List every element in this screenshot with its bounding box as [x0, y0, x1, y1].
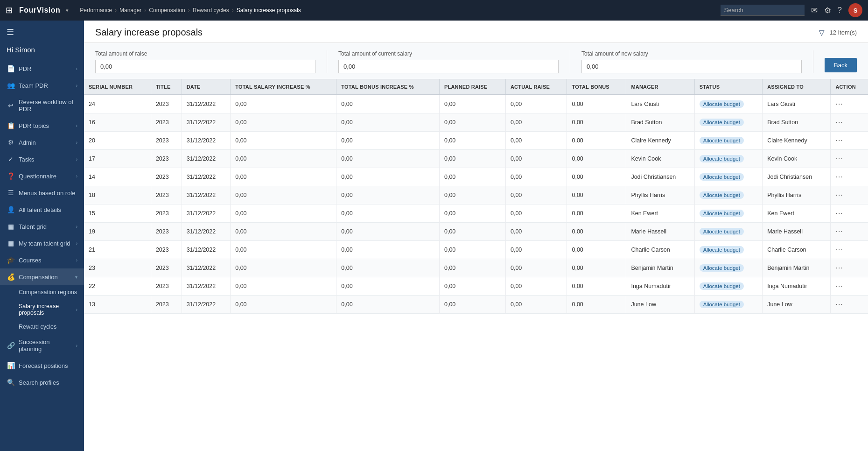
cell-bonus-inc: 0,00 — [336, 95, 440, 113]
sidebar-label-compensation: Compensation — [19, 274, 71, 281]
sidebar-item-compensation[interactable]: 💰 Compensation ▾ — [0, 268, 84, 285]
cell-total-bonus: 0,00 — [567, 204, 626, 223]
action-dots-icon[interactable]: ··· — [835, 227, 843, 235]
filter-icon[interactable]: ▽ — [819, 28, 825, 37]
sidebar-item-talent-grid[interactable]: ▦ Talent grid › — [0, 218, 84, 235]
cell-salary-inc: 0,00 — [231, 168, 336, 186]
table-row[interactable]: 17 2023 31/12/2022 0,00 0,00 0,00 0,00 0… — [84, 150, 868, 168]
cell-action[interactable]: ··· — [831, 186, 868, 204]
table-row[interactable]: 20 2023 31/12/2022 0,00 0,00 0,00 0,00 0… — [84, 132, 868, 150]
action-dots-icon[interactable]: ··· — [835, 173, 843, 181]
table-row[interactable]: 14 2023 31/12/2022 0,00 0,00 0,00 0,00 0… — [84, 168, 868, 186]
breadcrumb-manager[interactable]: Manager — [119, 7, 141, 14]
cell-salary-inc: 0,00 — [231, 204, 336, 223]
table-row[interactable]: 24 2023 31/12/2022 0,00 0,00 0,00 0,00 0… — [84, 95, 868, 113]
action-dots-icon[interactable]: ··· — [835, 100, 843, 108]
hamburger-icon[interactable]: ☰ — [7, 28, 14, 37]
status-badge: Allocate budget — [700, 100, 744, 108]
cell-action[interactable]: ··· — [831, 296, 868, 314]
cell-assigned-to: Inga Numadutir — [763, 277, 831, 296]
back-button[interactable]: Back — [825, 58, 857, 72]
cell-actual-raise: 0,00 — [505, 95, 567, 113]
my-team-talent-grid-chevron-icon: › — [76, 241, 77, 246]
cell-actual-raise: 0,00 — [505, 150, 567, 168]
breadcrumb-reward-cycles[interactable]: Reward cycles — [193, 7, 229, 14]
cell-serial: 15 — [84, 204, 151, 223]
breadcrumb-performance[interactable]: Performance — [80, 7, 112, 14]
sidebar-item-courses[interactable]: 🎓 Courses › — [0, 252, 84, 268]
cell-action[interactable]: ··· — [831, 113, 868, 132]
table-row[interactable]: 15 2023 31/12/2022 0,00 0,00 0,00 0,00 0… — [84, 204, 868, 223]
cell-action[interactable]: ··· — [831, 277, 868, 296]
brand-name[interactable]: FourVision — [19, 6, 60, 14]
sidebar-item-tasks[interactable]: ✓ Tasks › — [0, 151, 84, 168]
table-row[interactable]: 21 2023 31/12/2022 0,00 0,00 0,00 0,00 0… — [84, 241, 868, 259]
cell-action[interactable]: ··· — [831, 132, 868, 150]
sidebar-item-my-team-talent-grid[interactable]: ▦ My team talent grid › — [0, 235, 84, 252]
gear-icon[interactable]: ⚙ — [824, 6, 831, 15]
table-row[interactable]: 19 2023 31/12/2022 0,00 0,00 0,00 0,00 0… — [84, 223, 868, 241]
help-icon[interactable]: ? — [838, 6, 842, 15]
sidebar-item-questionnaire[interactable]: ❓ Questionnaire › — [0, 168, 84, 184]
table-row[interactable]: 18 2023 31/12/2022 0,00 0,00 0,00 0,00 0… — [84, 186, 868, 204]
sidebar-label-team-pdr: Team PDR — [19, 82, 72, 89]
table-row[interactable]: 22 2023 31/12/2022 0,00 0,00 0,00 0,00 0… — [84, 277, 868, 296]
table-row[interactable]: 16 2023 31/12/2022 0,00 0,00 0,00 0,00 0… — [84, 113, 868, 132]
cell-salary-inc: 0,00 — [231, 95, 336, 113]
sidebar-item-pdr[interactable]: 📄 PDR › — [0, 60, 84, 77]
action-dots-icon[interactable]: ··· — [835, 155, 843, 162]
table-row[interactable]: 23 2023 31/12/2022 0,00 0,00 0,00 0,00 0… — [84, 259, 868, 277]
sidebar-item-pdr-topics[interactable]: 📋 PDR topics › — [0, 117, 84, 134]
cell-action[interactable]: ··· — [831, 223, 868, 241]
action-dots-icon[interactable]: ··· — [835, 300, 843, 308]
cell-bonus-inc: 0,00 — [336, 168, 440, 186]
sidebar-item-forecast-positions[interactable]: 📊 Forecast positions — [0, 357, 84, 374]
cell-manager: Kevin Cook — [626, 150, 694, 168]
action-dots-icon[interactable]: ··· — [835, 282, 843, 290]
table-row[interactable]: 13 2023 31/12/2022 0,00 0,00 0,00 0,00 0… — [84, 296, 868, 314]
cell-date: 31/12/2022 — [182, 259, 231, 277]
sidebar: ☰ Hi Simon 📄 PDR › 👥 Team PDR › ↩ Revers… — [0, 21, 84, 451]
sidebar-item-reverse-workflow[interactable]: ↩ Reverse workflow of PDR — [0, 94, 84, 117]
breadcrumb-compensation[interactable]: Compensation — [149, 7, 185, 14]
sidebar-item-team-pdr[interactable]: 👥 Team PDR › — [0, 77, 84, 94]
action-dots-icon[interactable]: ··· — [835, 264, 843, 272]
my-team-talent-grid-icon: ▦ — [7, 240, 15, 247]
cell-action[interactable]: ··· — [831, 168, 868, 186]
sidebar-item-reward-cycles[interactable]: Reward cycles — [14, 320, 84, 334]
item-count: 12 Item(s) — [829, 29, 857, 36]
sidebar-item-search-profiles[interactable]: 🔍 Search profiles — [0, 374, 84, 391]
cell-action[interactable]: ··· — [831, 259, 868, 277]
cell-action[interactable]: ··· — [831, 95, 868, 113]
sidebar-item-succession-planning[interactable]: 🔗 Succession planning › — [0, 334, 84, 357]
cell-action[interactable]: ··· — [831, 204, 868, 223]
cell-action[interactable]: ··· — [831, 150, 868, 168]
action-dots-icon[interactable]: ··· — [835, 191, 843, 199]
col-total-bonus: TOTAL BONUS — [567, 79, 626, 95]
nav-actions: ✉ ⚙ ? S — [721, 3, 862, 17]
top-navigation: ⊞ FourVision ▾ Performance › Manager › C… — [0, 0, 868, 21]
sidebar-item-admin[interactable]: ⚙ Admin › — [0, 134, 84, 151]
mail-icon[interactable]: ✉ — [811, 6, 818, 15]
avatar[interactable]: S — [848, 3, 862, 17]
new-salary-input[interactable] — [581, 60, 802, 73]
sidebar-item-menus-based-on-role[interactable]: ☰ Menus based on role — [0, 184, 84, 201]
col-planned-raise: PLANNED RAISE — [439, 79, 505, 95]
cell-date: 31/12/2022 — [182, 277, 231, 296]
action-dots-icon[interactable]: ··· — [835, 246, 843, 254]
action-dots-icon[interactable]: ··· — [835, 136, 843, 144]
sidebar-item-salary-increase-proposals[interactable]: Salary increase proposals › — [14, 299, 84, 320]
action-dots-icon[interactable]: ··· — [835, 209, 843, 217]
action-dots-icon[interactable]: ··· — [835, 118, 843, 126]
app-grid-icon[interactable]: ⊞ — [6, 5, 13, 15]
raise-input[interactable] — [95, 60, 315, 73]
search-input[interactable] — [721, 5, 805, 16]
breadcrumb: Performance › Manager › Compensation › R… — [80, 7, 716, 14]
cell-serial: 14 — [84, 168, 151, 186]
cell-date: 31/12/2022 — [182, 204, 231, 223]
sidebar-item-compensation-regions[interactable]: Compensation regions — [14, 285, 84, 299]
cell-action[interactable]: ··· — [831, 241, 868, 259]
sidebar-item-all-talent-details[interactable]: 👤 All talent details — [0, 201, 84, 218]
current-salary-input[interactable] — [338, 60, 559, 73]
search-profiles-icon: 🔍 — [7, 379, 15, 386]
